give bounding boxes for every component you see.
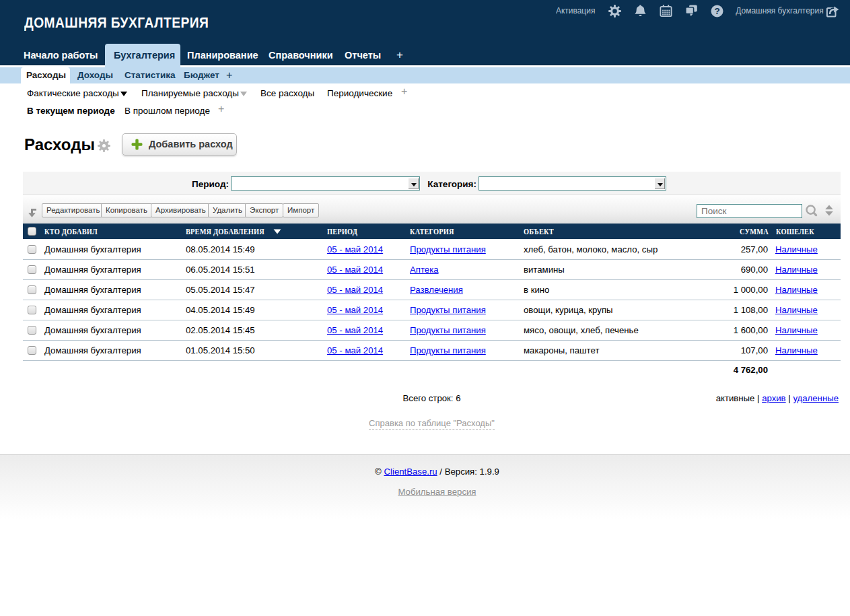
- svg-text:?: ?: [714, 6, 719, 16]
